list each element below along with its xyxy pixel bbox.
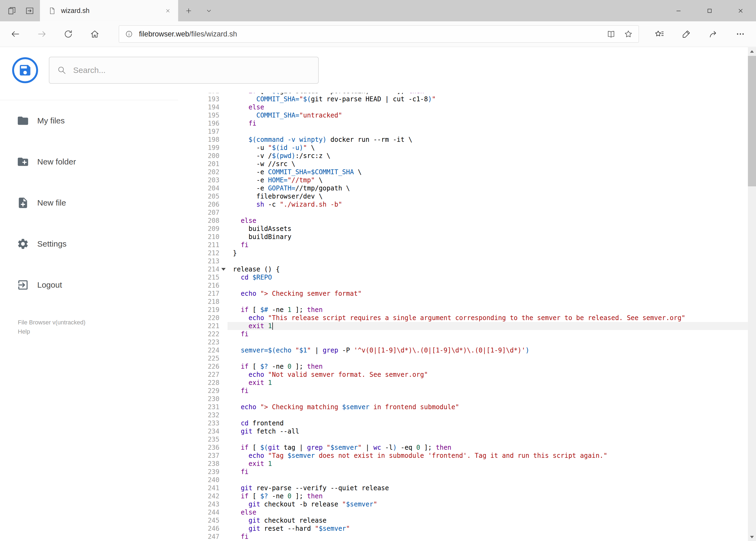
code-line[interactable]: 197 (202, 128, 748, 136)
code-text[interactable]: if [ $# -ne 1 ]; then (227, 306, 748, 314)
code-line[interactable]: 201 -w //src \ (202, 160, 748, 168)
code-line[interactable]: 198 $(command -v winpty) docker run --rm… (202, 136, 748, 144)
set-tabs-aside-button[interactable] (5, 4, 19, 18)
code-text[interactable]: else (227, 217, 748, 225)
code-line[interactable]: 232 (202, 411, 748, 419)
fold-arrow-icon[interactable] (221, 268, 226, 270)
code-text[interactable] (227, 395, 748, 403)
code-line[interactable]: 210 buildBinary (202, 233, 748, 241)
code-text[interactable] (227, 297, 748, 306)
reading-view-button[interactable] (603, 26, 620, 42)
code-line[interactable]: 240 (202, 476, 748, 484)
browser-tab[interactable]: wizard.sh (40, 0, 178, 21)
code-line[interactable]: 233 cd frontend (202, 419, 748, 427)
code-text[interactable]: cd frontend (227, 419, 748, 427)
code-line[interactable]: 208 else (202, 217, 748, 225)
code-text[interactable]: git checkout release (227, 516, 748, 525)
code-line[interactable]: 234 git fetch --all (202, 427, 748, 435)
code-text[interactable]: fi (227, 330, 748, 338)
scrollbar-thumb[interactable] (748, 56, 756, 186)
code-line[interactable]: 207 (202, 209, 748, 217)
code-text[interactable] (227, 209, 748, 217)
code-line[interactable]: 196 fi (202, 119, 748, 128)
code-line[interactable]: 225 (202, 354, 748, 362)
code-line[interactable]: 220 echo "This release script requires a… (202, 314, 748, 322)
filebrowser-logo[interactable] (12, 57, 38, 83)
code-text[interactable]: echo "Tag $semver does not exist in subm… (227, 452, 748, 460)
address-bar[interactable]: filebrowser.web/files/wizard.sh (119, 25, 639, 43)
code-line[interactable]: 238 exit 1 (202, 460, 748, 468)
code-text[interactable]: if [ $? -ne 0 ]; then (227, 362, 748, 370)
help-link[interactable]: Help (18, 327, 178, 336)
scroll-up-button[interactable] (748, 47, 756, 55)
code-line[interactable]: 237 echo "Tag $semver does not exist in … (202, 452, 748, 460)
code-line[interactable]: 218 (202, 297, 748, 306)
site-info-button[interactable] (122, 26, 136, 42)
code-line[interactable]: 213 (202, 257, 748, 265)
code-line[interactable]: 230 (202, 395, 748, 403)
code-text[interactable]: buildBinary (227, 233, 748, 241)
code-line[interactable]: 192 if [ "$(git status --porcelain)" = "… (202, 93, 748, 95)
code-line[interactable]: 224 semver=$(echo "$1" | grep -P '^v(0|[… (202, 346, 748, 354)
code-text[interactable] (227, 257, 748, 265)
home-button[interactable] (82, 21, 108, 47)
new-tab-button[interactable] (178, 0, 199, 21)
code-text[interactable]: echo "Not valid semver format. See semve… (227, 370, 748, 379)
code-text[interactable] (227, 338, 748, 346)
minimize-button[interactable] (663, 0, 694, 21)
code-text[interactable]: COMMIT_SHA="untracked" (227, 111, 748, 119)
code-line[interactable]: 221 exit 1 (202, 322, 748, 330)
code-text[interactable]: git fetch --all (227, 427, 748, 435)
code-text[interactable]: if [ "$(git status --porcelain)" = "" ];… (227, 93, 748, 95)
sidebar-item-new-folder[interactable]: New folder (0, 141, 178, 182)
code-line[interactable]: 209 buildAssets (202, 225, 748, 233)
code-text[interactable]: exit 1 (227, 460, 748, 468)
tab-preview-chevron-button[interactable] (199, 0, 219, 21)
code-line[interactable]: 199 -u "$(id -u)" \ (202, 144, 748, 152)
code-line[interactable]: 202 -e COMMIT_SHA=$COMMIT_SHA \ (202, 168, 748, 176)
code-text[interactable] (227, 128, 748, 136)
code-text[interactable]: echo "> Checking semver format" (227, 289, 748, 297)
code-line[interactable]: 236 if [ $(git tag | grep "$semver" | wc… (202, 443, 748, 452)
code-line[interactable]: 227 echo "Not valid semver format. See s… (202, 370, 748, 379)
code-text[interactable]: git checkout -b release "$semver" (227, 500, 748, 508)
code-line[interactable]: 223 (202, 338, 748, 346)
code-text[interactable]: release () { (227, 265, 748, 273)
code-line[interactable]: 243 git checkout -b release "$semver" (202, 500, 748, 508)
code-line[interactable]: 229 fi (202, 387, 748, 395)
code-line[interactable]: 193 COMMIT_SHA="$(git rev-parse HEAD | c… (202, 95, 748, 103)
code-line[interactable]: 246 git reset --hard "$semver" (202, 525, 748, 533)
code-text[interactable]: -u "$(id -u)" \ (227, 144, 748, 152)
code-text[interactable]: COMMIT_SHA="$(git rev-parse HEAD | cut -… (227, 95, 748, 103)
add-favorite-button[interactable] (620, 26, 637, 42)
code-line[interactable]: 195 COMMIT_SHA="untracked" (202, 111, 748, 119)
code-text[interactable]: git rev-parse --verify --quiet release (227, 484, 748, 492)
code-text[interactable] (227, 354, 748, 362)
code-text[interactable]: fi (227, 241, 748, 249)
code-text[interactable]: exit 1 (227, 322, 748, 330)
code-text[interactable]: fi (227, 468, 748, 476)
code-line[interactable]: 226 if [ $? -ne 0 ]; then (202, 362, 748, 370)
sidebar-item-settings[interactable]: Settings (0, 224, 178, 265)
refresh-button[interactable] (55, 21, 82, 47)
scroll-down-button[interactable] (748, 533, 756, 541)
code-text[interactable]: else (227, 508, 748, 516)
back-button[interactable] (2, 21, 29, 47)
page-scrollbar[interactable] (748, 47, 756, 541)
code-text[interactable]: } (227, 249, 748, 257)
sidebar-item-new-file[interactable]: New file (0, 182, 178, 224)
code-line[interactable]: 245 git checkout release (202, 516, 748, 525)
code-line[interactable]: 242 if [ $? -ne 0 ]; then (202, 492, 748, 500)
code-line[interactable]: 200 -v /$(pwd):/src:z \ (202, 152, 748, 160)
code-text[interactable]: -e GOPATH=//tmp/gopath \ (227, 184, 748, 192)
code-line[interactable]: 206 sh -c "./wizard.sh -b" (202, 201, 748, 209)
code-text[interactable] (227, 411, 748, 419)
code-line[interactable]: 215 cd $REPO (202, 273, 748, 281)
code-line[interactable]: 204 -e GOPATH=//tmp/gopath \ (202, 184, 748, 192)
code-editor[interactable]: 192 if [ "$(git status --porcelain)" = "… (178, 93, 748, 541)
code-text[interactable]: git reset --hard "$semver" (227, 525, 748, 533)
code-text[interactable]: echo "This release script requires a sin… (227, 314, 748, 322)
code-text[interactable]: if [ $(git tag | grep "$semver" | wc -l)… (227, 443, 748, 452)
url-text[interactable]: filebrowser.web/files/wizard.sh (139, 30, 603, 38)
code-text[interactable]: fi (227, 533, 748, 541)
